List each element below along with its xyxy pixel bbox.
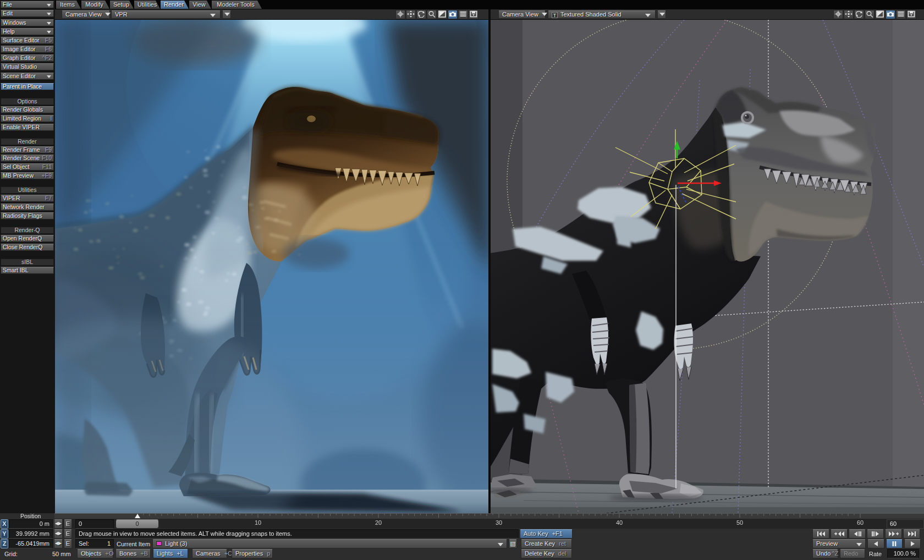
svg-text:50: 50 [736,519,743,526]
svg-text:10: 10 [255,519,261,526]
svg-text:20: 20 [375,519,382,526]
svg-text:60: 60 [857,519,864,526]
svg-text:40: 40 [616,519,623,526]
svg-text:30: 30 [496,519,502,526]
